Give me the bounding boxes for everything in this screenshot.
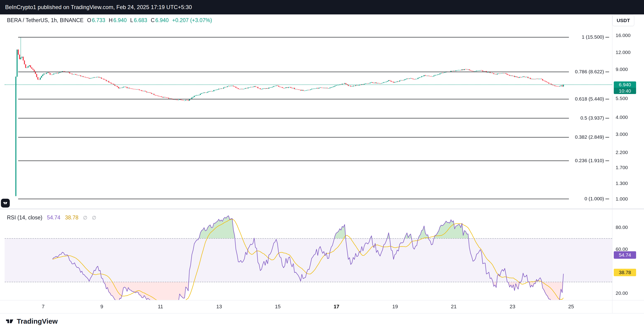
fib-level-tick [606, 72, 609, 72]
price-axis-tick: 3.000 [616, 131, 628, 137]
rsi-legend: RSI (14, close) 54.74 38.78 ∅ ∅ [7, 214, 96, 221]
ohlc-open: O6.733 [87, 17, 105, 24]
price-axis-tick: 9.000 [616, 67, 628, 72]
high-value: 6.940 [113, 17, 127, 24]
last-price-badge: 6.940 10:40 [614, 81, 636, 94]
fib-level-tick [606, 99, 609, 99]
fib-level-tick [606, 118, 609, 118]
rsi-indicator-title[interactable]: RSI (14, close) [7, 214, 42, 221]
symbol-legend: BERA / TetherUS, 1h, BINANCE O6.733 H6.9… [7, 17, 212, 24]
empty-set-icon: ∅ [92, 215, 96, 221]
tradingview-logo-glyph [3, 201, 8, 205]
pane-separator[interactable] [0, 209, 644, 209]
rsi-current-value: 54.74 [47, 214, 60, 221]
fib-level-line [18, 199, 569, 199]
last-price-value: 6.940 [614, 81, 636, 88]
price-axis-tick: 4.000 [616, 115, 628, 120]
low-value: 6.683 [134, 17, 148, 24]
price-axis-tick: 5.500 [616, 96, 628, 101]
ohlc-high: H6.940 [109, 17, 127, 24]
low-label: L [130, 17, 133, 24]
fib-level-label: 0 (1.000) [584, 196, 604, 201]
tradingview-watermark-icon[interactable] [1, 199, 10, 208]
ohlc-close: C6.940 [151, 17, 168, 24]
currency-toggle-button[interactable]: USDT [612, 15, 634, 26]
time-axis-label: 13 [210, 300, 228, 313]
rsi-axis-tick: 20.00 [616, 290, 628, 296]
fib-level-label: 0.618 (5.440) [575, 96, 604, 102]
price-axis-tick: 12.000 [616, 50, 630, 55]
time-axis-label: 21 [444, 300, 463, 313]
empty-set-icon: ∅ [83, 215, 87, 221]
fib-level-line [18, 72, 569, 72]
ohlc-low: L6.683 [130, 17, 147, 24]
price-axis-separator[interactable] [612, 15, 612, 313]
price-axis-tick: 2.200 [616, 150, 628, 155]
rsi-axis-tick: 60.00 [616, 246, 628, 252]
open-value: 6.733 [92, 17, 105, 24]
time-axis-label: 17 [327, 300, 346, 313]
bar-countdown: 10:40 [614, 88, 636, 94]
rsi-axis-tick: 80.00 [616, 224, 628, 230]
fib-level-tick [606, 37, 609, 38]
fib-level-label: 0.382 (2.849) [575, 134, 604, 140]
price-and-rsi-chart-canvas[interactable] [0, 0, 644, 329]
time-axis-label: 25 [562, 300, 580, 313]
symbol-title[interactable]: BERA / TetherUS, 1h, BINANCE [7, 17, 84, 24]
tradingview-published-chart: BeInCrypto1 published on TradingView.com… [0, 0, 644, 329]
price-axis-tick: 16.000 [616, 33, 630, 38]
time-axis-label: 15 [268, 300, 287, 313]
price-axis-tick: 1.000 [616, 196, 628, 202]
footer-bar: TradingView [0, 313, 644, 329]
fib-level-label: 0.236 (1.910) [575, 158, 604, 163]
time-axis-label: 11 [151, 300, 170, 313]
price-axis-tick: 1.700 [616, 165, 628, 170]
change-value: +0.207 (+3.07%) [172, 17, 212, 24]
rsi-ma-value: 38.78 [65, 214, 78, 221]
high-label: H [109, 17, 113, 24]
fib-level-label: 0.786 (8.622) [575, 69, 604, 75]
time-axis-label: 19 [386, 300, 404, 313]
fib-level-line [18, 99, 569, 99]
fib-level-line [18, 37, 569, 38]
fib-level-tick [606, 161, 609, 161]
close-value: 6.940 [155, 17, 169, 24]
fib-level-line [18, 137, 569, 138]
tradingview-logo-icon[interactable] [6, 317, 14, 325]
close-label: C [151, 17, 154, 24]
fib-level-tick [606, 199, 609, 199]
price-axis-tick: 1.300 [616, 181, 628, 186]
rsi-ma-value-badge: 38.78 [614, 269, 636, 276]
footer-brand[interactable]: TradingView [17, 317, 58, 325]
time-axis-label: 7 [34, 300, 52, 313]
fib-level-line [18, 161, 569, 161]
fib-level-label: 1 (15.500) [582, 34, 604, 40]
open-label: O [87, 17, 91, 24]
fib-level-label: 0.5 (3.937) [580, 115, 604, 121]
time-axis-label: 9 [92, 300, 111, 313]
time-axis-label: 23 [503, 300, 522, 313]
rsi-value-badge: 54.74 [614, 251, 636, 259]
last-price-line [5, 85, 612, 85]
fib-level-line [18, 118, 569, 118]
fib-level-tick [606, 137, 609, 138]
